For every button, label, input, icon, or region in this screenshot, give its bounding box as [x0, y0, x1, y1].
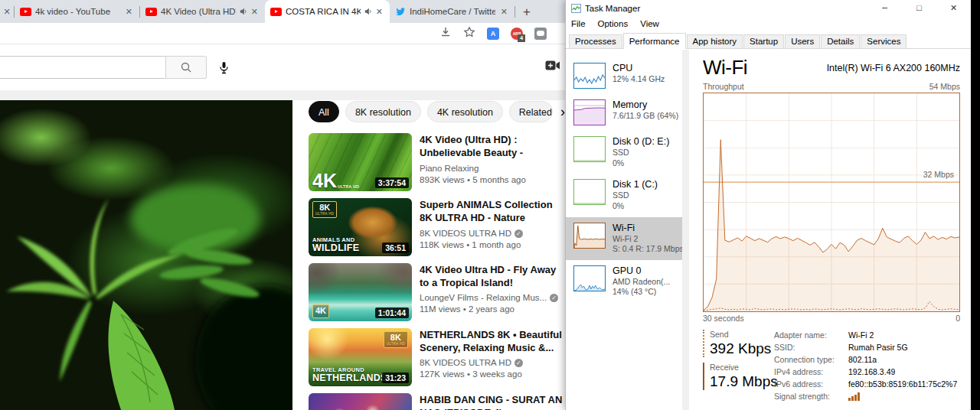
- line-extension-icon[interactable]: [534, 28, 547, 40]
- video-list-item[interactable]: 8KULTRA HD TRAVEL AROUNDNETHERLANDS 31:2…: [309, 328, 565, 386]
- video-meta: 118K views • 1 month ago: [420, 240, 565, 249]
- mini-graph-icon: [573, 223, 606, 249]
- resource-detail-line: 7.6/11.9 GB (64%): [612, 111, 678, 122]
- video-channel[interactable]: 8K VIDEOS ULTRA HD ✓: [420, 229, 565, 238]
- detail-label: Adapter name:: [774, 330, 848, 340]
- browser-tab[interactable]: IndiHomeCare / Twitter✕: [390, 0, 514, 23]
- filter-chip[interactable]: Related: [509, 101, 553, 122]
- perf-sidebar-item-wifi[interactable]: Wi-Fi Wi-Fi 2S: 0.4 R: 17.9 Mbps: [566, 217, 682, 260]
- perf-sidebar-item-disk[interactable]: Disk 1 (C:) SSD0%: [566, 174, 682, 216]
- resource-detail-line: 12% 4.14 GHz: [612, 74, 665, 85]
- tab-close-icon[interactable]: ✕: [124, 7, 134, 17]
- search-button[interactable]: [165, 56, 207, 79]
- youtube-favicon-icon: [270, 8, 282, 16]
- tabs-container: 4k video - YouTube✕4K Video (Ultra HD) U…: [15, 0, 514, 23]
- menu-file[interactable]: File: [571, 19, 592, 28]
- create-video-button[interactable]: [545, 60, 560, 74]
- menu-view[interactable]: View: [634, 19, 665, 28]
- video-list-item[interactable]: 8KULTRA HD ANIMALS ANDWILDLIFE 36:51 Sup…: [309, 198, 565, 256]
- video-thumbnail[interactable]: 8KULTRA HD ANIMALS ANDWILDLIFE 36:51: [309, 198, 412, 256]
- verified-badge-icon: ✓: [514, 229, 523, 238]
- resource-detail-line: Wi-Fi 2: [612, 234, 684, 245]
- video-thumbnail[interactable]: 4K 1:01:44: [309, 263, 412, 321]
- audio-playing-icon: [240, 8, 247, 15]
- tab-details[interactable]: Details: [821, 34, 860, 48]
- tab-startup[interactable]: Startup: [743, 34, 784, 48]
- video-title[interactable]: 4K Video (Ultra HD) : Unbelievable Beaut…: [420, 133, 565, 160]
- mini-graph-icon: [573, 265, 606, 291]
- detail-row: IPv4 address:192.168.3.49: [774, 367, 960, 376]
- tab-processes[interactable]: Processes: [569, 34, 622, 48]
- browser-tab[interactable]: 4k video - YouTube✕: [15, 0, 139, 23]
- perf-sidebar-item-cpu[interactable]: CPU 12% 4.14 GHz: [566, 57, 682, 94]
- adblock-extension-icon[interactable]: ABP 4: [511, 28, 523, 40]
- tab-app-history[interactable]: App history: [687, 34, 743, 48]
- tab-services[interactable]: Services: [861, 34, 906, 48]
- mini-graph-icon: [573, 136, 606, 162]
- send-label: Send: [710, 330, 774, 339]
- menu-options[interactable]: Options: [592, 19, 635, 28]
- video-thumbnail[interactable]: 4KULTRA HD 3:37:54: [309, 133, 412, 191]
- resource-name: Wi-Fi: [612, 223, 684, 233]
- detail-label: Connection type:: [774, 355, 848, 364]
- tab-close-icon[interactable]: ✕: [499, 7, 509, 17]
- detail-label: IPv4 address:: [774, 367, 848, 376]
- detail-row: Connection type:802.11a: [774, 355, 960, 364]
- detail-label: IPv6 address:: [774, 379, 848, 389]
- tab-performance[interactable]: Performance: [623, 33, 686, 49]
- youtube-favicon-icon: [20, 8, 31, 16]
- desktop-background: [971, 0, 980, 410]
- browser-tab[interactable]: COSTA RICA IN 4K 60✕: [265, 0, 390, 23]
- detail-value: Wi-Fi 2: [848, 330, 874, 340]
- tab-separator: [514, 6, 515, 18]
- filter-chip[interactable]: 4K resolution: [427, 101, 503, 122]
- video-duration-badge: 1:01:44: [375, 308, 409, 318]
- new-tab-button[interactable]: +: [523, 5, 531, 18]
- perf-sidebar-item-disk[interactable]: Disk 0 (D: E:) SSD0%: [566, 131, 682, 174]
- video-player-frame[interactable]: [0, 100, 292, 410]
- download-icon[interactable]: [439, 26, 452, 41]
- maximize-button[interactable]: □: [902, 0, 936, 16]
- video-channel[interactable]: 8K VIDEOS ULTRA HD ✓: [420, 358, 565, 367]
- translate-extension-icon[interactable]: A: [487, 28, 499, 40]
- video-thumbnail[interactable]: [309, 393, 412, 410]
- resource-name: CPU: [612, 63, 665, 73]
- video-meta: 893K views • 5 months ago: [420, 175, 565, 184]
- filter-chip[interactable]: All: [309, 101, 339, 122]
- tab-users[interactable]: Users: [785, 34, 820, 48]
- video-title[interactable]: Superb ANIMALS Collection 8K ULTRA HD - …: [420, 198, 565, 225]
- receive-value: 17.9 Mbps: [710, 373, 774, 390]
- tab-close-icon[interactable]: ✕: [250, 7, 260, 17]
- video-title[interactable]: 4K Video Ultra HD - Fly Away to a Tropic…: [420, 263, 565, 289]
- video-channel[interactable]: LoungeV Films - Relaxing Mus... ✓: [420, 293, 565, 302]
- voice-search-button[interactable]: [218, 61, 230, 74]
- close-button[interactable]: ✕: [936, 0, 971, 16]
- video-title[interactable]: HABIB DAN CING - SURAT AN NAS (EPISODE 4…: [420, 393, 565, 410]
- partial-tab-close-icon[interactable]: ✕: [2, 7, 12, 17]
- video-thumbnail[interactable]: 8KULTRA HD TRAVEL AROUNDNETHERLANDS 31:2…: [309, 328, 412, 386]
- throughput-graph: 32 Mbps: [703, 93, 960, 312]
- resource-name: Memory: [612, 99, 678, 110]
- perf-sidebar-item-gpu[interactable]: GPU 0 AMD Radeon(...14% (43 °C): [566, 260, 682, 303]
- video-list-item[interactable]: 4KULTRA HD 3:37:54 4K Video (Ultra HD) :…: [309, 133, 565, 191]
- search-input[interactable]: [0, 56, 165, 79]
- video-list-item[interactable]: 4K 1:01:44 4K Video Ultra HD - Fly Away …: [309, 263, 565, 321]
- browser-tab[interactable]: 4K Video (Ultra HD) U✕: [140, 0, 265, 23]
- resource-detail-line: SSD: [612, 190, 658, 201]
- filter-chip[interactable]: 8K resolution: [345, 101, 421, 122]
- video-channel[interactable]: Piano Relaxing: [420, 164, 565, 173]
- throughput-label: Throughput: [703, 82, 744, 91]
- video-title[interactable]: NETHERLANDS 8K • Beautiful Scenery, Rela…: [420, 328, 565, 354]
- tab-close-icon[interactable]: ✕: [374, 7, 384, 17]
- youtube-favicon-icon: [145, 8, 157, 16]
- youtube-masthead: [0, 44, 565, 90]
- bookmark-star-icon[interactable]: [463, 26, 475, 41]
- scale-max-label: 54 Mbps: [929, 82, 960, 91]
- video-list-item[interactable]: HABIB DAN CING - SURAT AN NAS (EPISODE 4…: [309, 393, 565, 410]
- resource-name: GPU 0: [612, 265, 670, 276]
- taskmanager-titlebar[interactable]: Task Manager – □ ✕: [566, 0, 971, 16]
- send-value: 392 Kbps: [710, 340, 774, 357]
- perf-sidebar-item-memory[interactable]: Memory 7.6/11.9 GB (64%): [566, 94, 682, 131]
- minimize-button[interactable]: –: [867, 0, 902, 16]
- sidebar-scrollbar[interactable]: [682, 50, 689, 410]
